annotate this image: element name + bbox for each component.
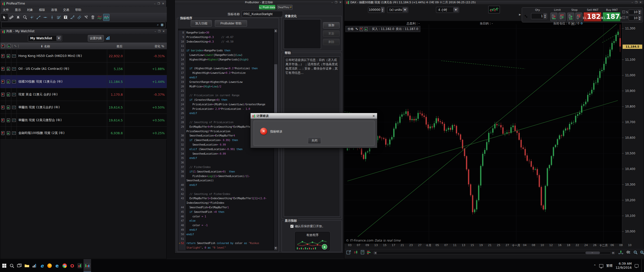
taskbar-firefox-icon[interactable] xyxy=(46,259,53,272)
scroll-left-icon[interactable]: ◀ xyxy=(374,252,377,254)
probuilder-maximize-icon[interactable]: ❐ xyxy=(335,1,337,4)
open-chart-icon[interactable] xyxy=(12,54,16,58)
layout-grid-icon[interactable]: ▦ xyxy=(161,23,164,26)
trash-icon[interactable] xyxy=(90,14,96,21)
chevron-down-icon[interactable]: ▼ xyxy=(403,8,408,12)
code-line[interactable]: 12if barindex>RangePeriods then xyxy=(178,48,274,53)
code-line[interactable]: 11 xyxy=(178,44,274,48)
scroll-down-icon[interactable]: ▼ xyxy=(274,247,277,250)
code-line[interactable]: 34 SmoothedLocation=-0.99 xyxy=(178,152,274,156)
watchlist-row[interactable]: ▼▲現貨 黃金 (1澳元 合約) (年)1,170.8-0.37% xyxy=(0,88,167,101)
watchlist-row[interactable]: ▼▲Hong Kong HS50 Cash (HKD10 Mini) (年)22… xyxy=(0,50,167,62)
hscroll-thumb[interactable] xyxy=(585,252,600,254)
code-line[interactable]: 50endif xyxy=(178,232,274,237)
doc-up-icon[interactable]: ▲ xyxy=(7,80,10,84)
ruler-icon[interactable] xyxy=(8,14,14,21)
vline-icon[interactable] xyxy=(49,14,55,21)
zoom-out-icon[interactable] xyxy=(633,250,638,256)
action-center-icon[interactable] xyxy=(635,264,638,267)
trailing-checkbox[interactable] xyxy=(622,16,625,19)
report-icon[interactable] xyxy=(360,250,365,256)
doc-up-icon[interactable]: ▲ xyxy=(365,27,368,31)
chevron-down-icon[interactable]: ▼ xyxy=(56,36,61,41)
menu-item[interactable]: 交易 xyxy=(63,8,69,12)
menu-item[interactable]: 显示 xyxy=(15,8,21,12)
doc-down-icon[interactable]: ▼ xyxy=(1,44,5,48)
probuilder-help-button[interactable]: ProBuilder 帮助 xyxy=(215,20,247,27)
hidden-icons-chevron-icon[interactable]: ⌃ xyxy=(593,264,596,268)
valid-program-button[interactable]: 有效程序 + xyxy=(295,232,330,251)
watchlist-minimize-icon[interactable]: – xyxy=(154,30,156,33)
add-function-button[interactable]: 加入功能 xyxy=(191,20,212,27)
code-line[interactable]: 47 else xyxy=(178,219,274,223)
menu-item[interactable]: 选项 xyxy=(51,8,57,12)
open-chart-icon[interactable] xyxy=(12,131,16,135)
code-line[interactable]: 39 FishIndex=Log((1+SmoothedLocation)/(1… xyxy=(178,174,274,183)
doc-down-icon[interactable]: ▼ xyxy=(1,67,5,71)
main-titlebar[interactable]: ProRealTime –❐✕ xyxy=(0,0,166,7)
code-line[interactable]: 48 color = -1 xyxy=(178,223,274,228)
search-icon[interactable]: ⌕ xyxy=(157,23,159,26)
column-header-last[interactable]: 最后 xyxy=(116,44,123,49)
code-line[interactable]: 37 // FisherIndex xyxy=(178,165,274,169)
watchlist-row[interactable]: ▼▲德國30指數 現貨 (1澳元合 (年)11,184.5+1.44% xyxy=(0,75,167,88)
instrument-search-input[interactable]: ⌕ ▦ xyxy=(1,22,165,28)
column-header-name[interactable]: ⬇ 名称 xyxy=(41,44,50,49)
detach-chart-icon[interactable] xyxy=(346,250,351,256)
code-line[interactable]: 14 HighestHigh=Highest[RangePeriods](hig… xyxy=(178,57,274,62)
probuilder-minimize-icon[interactable]: – xyxy=(331,1,333,4)
maximize-icon[interactable]: ❐ xyxy=(157,2,160,5)
chart-close-icon[interactable]: ✕ xyxy=(639,1,642,4)
close-position-icon[interactable]: ✕ xyxy=(571,22,575,25)
doc-down-icon[interactable]: ▼ xyxy=(1,131,5,135)
code-line[interactable]: 43 ExtMapBuffer1=IndexSmoothing*ExtMapBu… xyxy=(178,196,274,205)
code-line[interactable]: 21 xyxy=(178,89,274,93)
cursor-icon[interactable] xyxy=(1,14,8,21)
taskbar-store-icon[interactable] xyxy=(31,259,38,272)
code-line[interactable]: 52return SmoothedFish coloured by color … xyxy=(178,241,274,250)
probuilder-titlebar[interactable]: ProBuilder - 建立指标 –❐✕ xyxy=(175,0,343,4)
zoom-icon[interactable] xyxy=(22,14,28,21)
code-line[interactable]: 35 endif xyxy=(178,156,274,160)
update-variable-button[interactable]: 更新 xyxy=(323,30,340,37)
doc-up-icon[interactable]: ▲ xyxy=(7,54,10,58)
units-select[interactable]: (x) units ▼ xyxy=(387,7,408,13)
add-variable-button[interactable]: 添加 xyxy=(323,22,340,28)
error-close-button[interactable]: 关闭 xyxy=(308,137,321,144)
point-icon[interactable] xyxy=(28,14,35,21)
taskbar-prorealtime-icon[interactable] xyxy=(76,259,84,272)
doc-up-icon[interactable]: ▲ xyxy=(7,118,10,122)
open-chart-icon[interactable] xyxy=(12,106,16,109)
open-chart-icon[interactable] xyxy=(12,119,16,122)
code-line[interactable]: 9PriceSmoothing=0.3 // <0.67 xyxy=(178,35,274,40)
code-line[interactable]: 15 xyxy=(178,62,274,66)
zoom-fit-icon[interactable] xyxy=(626,250,631,256)
spinner-arrows-icon[interactable]: ▲▼ xyxy=(638,16,641,20)
variables-listbox[interactable] xyxy=(284,19,321,49)
wrench-icon[interactable]: 🔧︎ xyxy=(355,27,358,31)
code-line[interactable]: 22 // PriceLocation in current Range xyxy=(178,93,274,98)
taskbar-task-view-icon[interactable] xyxy=(16,259,23,272)
taskbar-start-icon[interactable] xyxy=(1,259,8,272)
trade-qty-stepper[interactable]: 1 ▲▼ xyxy=(531,13,547,19)
scroll-right-icon[interactable]: ▶ xyxy=(612,252,615,254)
code-line[interactable]: 8RangePeriods=30 xyxy=(178,30,274,35)
taskbar-opera-icon[interactable]: O xyxy=(68,259,76,272)
code-line[interactable]: 16 if (HighestHigh-LowestLow<0.1*Pointsi… xyxy=(178,66,274,71)
delete-variable-button[interactable]: 删除 xyxy=(323,39,340,45)
code-line[interactable]: 23 if (GreatestRange>0) then xyxy=(178,98,274,102)
taskbar-ie-icon[interactable]: e xyxy=(53,259,61,272)
buy-mkt-button[interactable]: 11,1870 xyxy=(602,12,621,22)
error-dialog-close-icon[interactable]: ✕ xyxy=(372,114,375,118)
error-dialog-titlebar[interactable]: 计算错误 ✕ xyxy=(251,113,377,119)
spinner-arrows-icon[interactable]: ▲▼ xyxy=(543,14,547,19)
open-chart-icon[interactable] xyxy=(12,80,16,83)
chart-titlebar[interactable]: DAX - 德國30指數 現貨 (1澳元合 (年) 11,184.5 (+1.4… xyxy=(344,0,644,4)
code-line[interactable]: 51 xyxy=(178,237,274,241)
watchlist-row[interactable]: ▼▲Oil - US Crude (A1 Contract) (年)5,156+… xyxy=(0,62,167,75)
gear-icon[interactable]: ⚙ xyxy=(580,22,583,25)
chart-minimize-icon[interactable]: – xyxy=(631,1,633,4)
doc-down-icon[interactable]: ▼ xyxy=(1,93,5,96)
code-line[interactable]: 20 MidPrice=(High+Low)/2 xyxy=(178,84,274,89)
zigzag-icon[interactable] xyxy=(96,14,103,21)
